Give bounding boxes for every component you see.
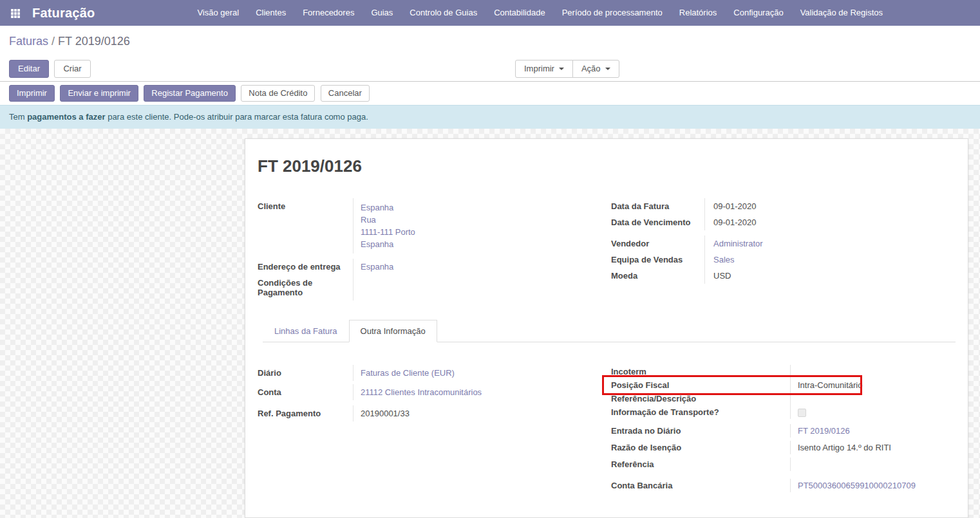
print-dropdown-button[interactable]: Imprimir <box>515 60 573 78</box>
edit-button[interactable]: Editar <box>9 60 49 78</box>
payment-terms-label: Condições de Pagamento <box>258 275 353 301</box>
invoice-title: FT 2019/0126 <box>258 156 956 176</box>
customer-value: Espanha Rua 1111-111 Porto Espanha <box>353 198 607 254</box>
currency-label: Moeda <box>611 268 704 284</box>
menu-fornecedores[interactable]: Fornecedores <box>294 0 363 26</box>
control-panel-toolbar: Editar Criar Imprimir Ação <box>0 56 980 82</box>
due-date-value: 09-01-2020 <box>704 214 956 230</box>
payment-terms-value[interactable] <box>353 275 607 301</box>
apps-grid-icon[interactable] <box>8 6 22 20</box>
tab-other-information[interactable]: Outra Informação <box>349 320 437 342</box>
menu-controlo-de-guias[interactable]: Controlo de Guias <box>401 0 485 26</box>
menu-guias[interactable]: Guias <box>363 0 401 26</box>
invoice-date-value: 09-01-2020 <box>704 198 956 214</box>
breadcrumb-current: FT 2019/0126 <box>58 35 130 48</box>
fiscal-position-value: Intra-Comunitário <box>790 378 956 392</box>
menu-clientes[interactable]: Clientes <box>247 0 294 26</box>
caret-down-icon <box>605 68 610 70</box>
send-and-print-button[interactable]: Enviar e imprimir <box>60 85 138 102</box>
reference-value[interactable] <box>790 458 956 471</box>
exemption-reason-value: Isento Artigo 14.º do RITI <box>790 441 956 454</box>
sales-team-value: Sales <box>704 252 956 268</box>
accounting-group: Diário Faturas de Cliente (EUR) Conta 21… <box>258 365 607 492</box>
cancel-button[interactable]: Cancelar <box>321 85 370 102</box>
print-button[interactable]: Imprimir <box>9 85 55 102</box>
invoice-date-label: Data da Fatura <box>611 198 704 214</box>
form-view-background: FT 2019/0126 Cliente Espanha Rua 1111-11… <box>0 129 980 518</box>
sales-team-label: Equipa de Vendas <box>611 252 704 268</box>
incoterm-label: Incoterm <box>611 365 790 378</box>
tab-invoice-lines[interactable]: Linhas da Fatura <box>263 320 349 342</box>
credit-note-button[interactable]: Nota de Crédito <box>241 85 315 102</box>
reference-description-value[interactable] <box>790 392 956 405</box>
incoterm-value[interactable] <box>790 365 956 378</box>
invoice-sheet: FT 2019/0126 Cliente Espanha Rua 1111-11… <box>245 138 968 518</box>
notebook-tabs: Linhas da Fatura Outra Informação <box>263 320 956 342</box>
customer-label: Cliente <box>258 198 353 254</box>
payments-info-banner: Tem pagamentos a fazer para este cliente… <box>0 105 980 129</box>
reference-description-label: Referência/Descrição <box>611 392 790 405</box>
register-payment-button[interactable]: Registar Pagamento <box>144 85 236 102</box>
bank-account-value: PT50003600659910000210709 <box>790 479 956 492</box>
currency-value: USD <box>704 268 956 284</box>
menu-configuracao[interactable]: Configuração <box>725 0 791 26</box>
statusbar-buttons: Imprimir Enviar e imprimir Registar Paga… <box>0 82 980 105</box>
breadcrumb-faturas-link[interactable]: Faturas <box>9 35 48 48</box>
caret-down-icon <box>559 68 564 70</box>
partner-group: Cliente Espanha Rua 1111-111 Porto Espan… <box>258 198 607 301</box>
transport-info-value <box>790 405 956 419</box>
exemption-reason-label: Razão de Isenção <box>611 441 790 454</box>
bank-account-label: Conta Bancária <box>611 479 790 492</box>
dates-group: Data da Fatura 09-01-2020 Data de Vencim… <box>607 198 956 301</box>
journal-value: Faturas de Cliente (EUR) <box>353 365 607 381</box>
create-button[interactable]: Criar <box>54 60 90 78</box>
reference-label: Referência <box>611 458 790 471</box>
salesperson-label: Vendedor <box>611 236 704 252</box>
app-title: Faturação <box>32 6 95 21</box>
salesperson-value: Administrator <box>704 236 956 252</box>
menu-visao-geral[interactable]: Visão geral <box>189 0 247 26</box>
journal-entry-value: FT 2019/0126 <box>790 424 956 438</box>
journal-label: Diário <box>258 365 353 381</box>
transport-info-label: Informação de Transporte? <box>611 405 790 419</box>
menu-validacao-registos[interactable]: Validação de Registos <box>792 0 891 26</box>
due-date-label: Data de Vencimento <box>611 214 704 230</box>
action-dropdowns: Imprimir Ação <box>515 60 619 78</box>
breadcrumb: Faturas / FT 2019/0126 <box>0 26 980 56</box>
other-info-group: Incoterm Posição Fiscal Intra-Comunitári… <box>607 365 956 492</box>
customer-link[interactable]: Espanha <box>361 201 607 214</box>
fiscal-position-label: Posição Fiscal <box>611 378 790 392</box>
transport-info-checkbox[interactable] <box>798 409 806 417</box>
action-dropdown-button[interactable]: Ação <box>572 60 619 78</box>
account-label: Conta <box>258 384 353 400</box>
payment-ref-value: 20190001/33 <box>353 405 607 421</box>
journal-entry-label: Entrada no Diário <box>611 424 790 438</box>
main-menu: Visão geral Clientes Fornecedores Guias … <box>189 0 891 26</box>
account-value: 21112 Clientes Intracomunitários <box>353 384 607 400</box>
payment-ref-label: Ref. Pagamento <box>258 405 353 421</box>
breadcrumb-separator: / <box>48 35 58 48</box>
top-navbar: Faturação Visão geral Clientes Fornecedo… <box>0 0 980 26</box>
delivery-address-value: Espanha <box>353 259 607 275</box>
menu-periodo-processamento[interactable]: Período de processamento <box>554 0 671 26</box>
delivery-address-label: Endereço de entrega <box>258 259 353 275</box>
menu-relatorios[interactable]: Relatórios <box>671 0 726 26</box>
menu-contabilidade[interactable]: Contabilidade <box>485 0 554 26</box>
